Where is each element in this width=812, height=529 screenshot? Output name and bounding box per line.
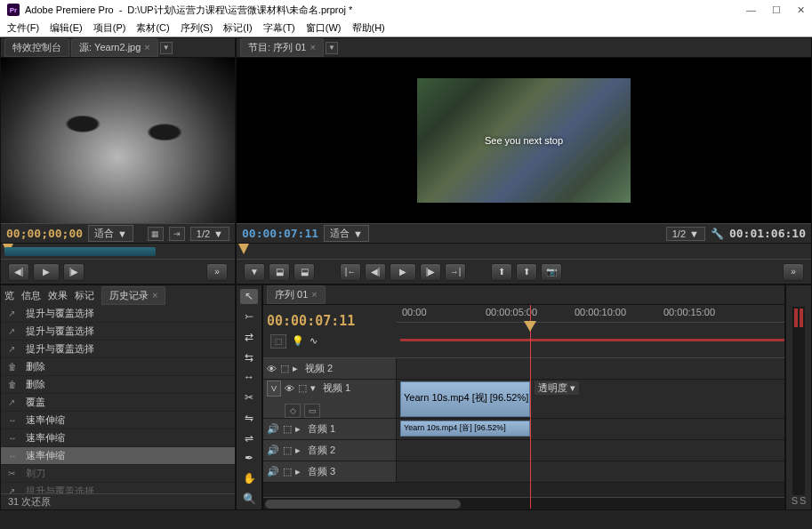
step-back-button[interactable]: ◀| <box>8 263 29 281</box>
lock-icon[interactable]: ⬚ <box>283 423 292 435</box>
out-point-button[interactable]: ⬓ <box>293 263 315 281</box>
marker-button[interactable]: ▼ <box>244 263 265 281</box>
menu-help[interactable]: 帮助(H) <box>352 21 385 35</box>
goto-out-button[interactable]: →| <box>445 263 466 281</box>
close-button[interactable]: ✕ <box>797 4 805 16</box>
history-item[interactable]: 🗑删除 <box>1 358 235 376</box>
program-ruler[interactable] <box>237 243 811 259</box>
play-button[interactable]: ▶ <box>33 263 60 281</box>
eye-icon[interactable]: 👁 <box>267 364 277 374</box>
speaker-icon[interactable]: 🔊 <box>267 466 279 477</box>
snap-icon[interactable]: ⬚ <box>270 334 286 349</box>
slide-tool[interactable]: ⇌ <box>240 430 258 445</box>
menu-clip[interactable]: 素材(C) <box>136 21 169 35</box>
opacity-label[interactable]: 透明度 ▾ <box>535 381 579 395</box>
goto-in-button[interactable]: |← <box>340 263 361 281</box>
minimize-button[interactable]: — <box>746 4 756 16</box>
timeline-scrollbar[interactable] <box>263 497 784 509</box>
close-icon[interactable]: × <box>311 289 317 300</box>
tab-effects[interactable]: 效果 <box>48 289 68 302</box>
tab-program[interactable]: 节目: 序列 01× <box>240 38 324 57</box>
tab-markers[interactable]: 标记 <box>75 289 94 302</box>
video-clip[interactable]: Yearn 10s.mp4 [视] [96.52%] <box>400 381 530 417</box>
close-icon[interactable]: × <box>144 42 149 52</box>
razor-tool[interactable]: ✂ <box>240 390 258 405</box>
program-monitor[interactable]: See you next stop <box>237 58 811 223</box>
timeline-timecode[interactable]: 00:00:07:11 <box>267 313 393 329</box>
history-item[interactable]: ↗覆盖 <box>1 394 235 412</box>
export-frame-button[interactable]: 📷 <box>541 263 562 281</box>
program-fit-dropdown[interactable]: 适合▼ <box>324 225 369 242</box>
extract-button[interactable]: ⬆ <box>516 263 537 281</box>
more-button[interactable]: » <box>783 263 804 281</box>
tabs-dropdown[interactable]: ▼ <box>326 42 338 54</box>
step-back-button[interactable]: ◀| <box>365 263 386 281</box>
marker-icon[interactable]: 💡 <box>292 335 304 347</box>
tab-info[interactable]: 信息 <box>21 289 41 302</box>
selection-tool[interactable]: ↖ <box>240 289 258 304</box>
menu-edit[interactable]: 编辑(E) <box>50 21 83 35</box>
source-fit-dropdown[interactable]: 适合▼ <box>88 225 133 242</box>
lock-icon[interactable]: ⬚ <box>280 363 289 374</box>
tab-source[interactable]: 源: Yearn2.jpg× <box>71 38 158 57</box>
more-button[interactable]: » <box>206 263 228 281</box>
history-item[interactable]: ↗提升与覆盖选择 <box>1 341 235 358</box>
history-item[interactable]: ↗提升与覆盖选择 <box>1 323 235 341</box>
playhead-line[interactable] <box>530 305 531 509</box>
eye-icon[interactable]: 👁 <box>285 383 294 394</box>
lock-icon[interactable]: ⬚ <box>283 466 292 477</box>
in-point-button[interactable]: ⬓ <box>269 263 290 281</box>
history-item[interactable]: ↔速率伸缩 <box>1 429 235 447</box>
history-item[interactable]: ✂剃刀 <box>1 465 235 483</box>
lift-button[interactable]: ⬆ <box>491 263 512 281</box>
menu-marker[interactable]: 标记(I) <box>223 21 252 35</box>
rate-stretch-tool[interactable]: ↔ <box>240 370 258 385</box>
tab-sequence[interactable]: 序列 01× <box>267 285 326 304</box>
pen-tool[interactable]: ✒ <box>240 451 258 466</box>
ripple-tool[interactable]: ⇄ <box>240 329 258 344</box>
menu-sequence[interactable]: 序列(S) <box>181 21 213 35</box>
keyframe-icon[interactable]: ◇ <box>285 404 301 418</box>
hand-tool[interactable]: ✋ <box>240 471 258 486</box>
source-monitor[interactable] <box>1 58 235 223</box>
scroll-thumb[interactable] <box>265 500 461 509</box>
speaker-icon[interactable]: 🔊 <box>267 445 279 456</box>
close-icon[interactable]: × <box>310 42 315 52</box>
speaker-icon[interactable]: 🔊 <box>267 423 279 435</box>
step-icon[interactable]: ⇥ <box>169 227 185 241</box>
audio-clip[interactable]: Yearn 10s.mp4 [音] [96.52%] <box>400 421 530 437</box>
wrench-icon[interactable]: 🔧 <box>711 228 724 240</box>
rolling-tool[interactable]: ⇆ <box>240 349 258 365</box>
source-zoom-dropdown[interactable]: 1/2▼ <box>190 227 229 241</box>
timeline-ruler[interactable]: 00:00 00:00:05:00 00:00:10:00 00:00:15:0… <box>397 305 784 357</box>
menu-title[interactable]: 字幕(T) <box>263 21 295 35</box>
history-item[interactable]: ↔速率伸缩 <box>1 412 235 429</box>
v1-target[interactable]: V <box>267 381 281 397</box>
menu-file[interactable]: 文件(F) <box>7 21 39 35</box>
close-icon[interactable]: × <box>152 290 157 301</box>
zoom-tool[interactable]: 🔍 <box>240 491 258 506</box>
step-fwd-button[interactable]: |▶ <box>63 263 84 281</box>
source-timecode[interactable]: 00;00;00;00 <box>6 227 83 240</box>
tab-history[interactable]: 历史记录× <box>101 286 165 305</box>
playhead-icon[interactable] <box>524 321 536 332</box>
settings-icon[interactable]: ▦ <box>148 227 164 241</box>
track-select-tool[interactable]: ⤚ <box>240 309 258 325</box>
history-item[interactable]: ↔速率伸缩 <box>1 447 235 465</box>
step-fwd-button[interactable]: |▶ <box>420 263 441 281</box>
maximize-button[interactable]: ☐ <box>772 4 781 16</box>
history-item[interactable]: ↗提升与覆盖选择 <box>1 305 235 323</box>
tab-overview[interactable]: 览 <box>4 289 14 302</box>
slip-tool[interactable]: ⇋ <box>240 410 258 425</box>
tab-effects-control[interactable]: 特效控制台 <box>4 38 69 57</box>
play-button[interactable]: ▶ <box>390 263 416 281</box>
lock-icon[interactable]: ⬚ <box>298 382 307 394</box>
program-zoom-dropdown[interactable]: 1/2▼ <box>666 227 705 241</box>
menu-window[interactable]: 窗口(W) <box>306 21 342 35</box>
menu-project[interactable]: 项目(P) <box>93 21 126 35</box>
program-timecode[interactable]: 00:00:07:11 <box>242 227 318 240</box>
source-ruler[interactable] <box>1 243 235 259</box>
link-icon[interactable]: ∿ <box>310 335 318 347</box>
tabs-dropdown[interactable]: ▼ <box>160 42 173 54</box>
history-item[interactable]: 🗑删除 <box>1 376 235 394</box>
